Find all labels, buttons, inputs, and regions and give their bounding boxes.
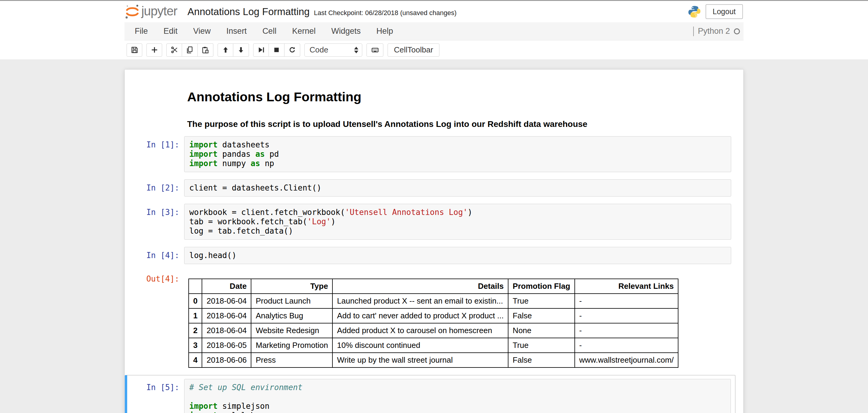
table-cell: 2018-06-04 bbox=[202, 308, 251, 323]
cut-button[interactable] bbox=[166, 43, 182, 57]
table-cell: - bbox=[575, 294, 678, 308]
menu-cell[interactable]: Cell bbox=[255, 22, 284, 40]
menu-kernel[interactable]: Kernel bbox=[284, 22, 323, 40]
column-header: Relevant Links bbox=[575, 279, 678, 294]
cell-type-value: Code bbox=[310, 45, 328, 55]
button-group bbox=[166, 43, 213, 57]
kernel-separator bbox=[693, 27, 694, 36]
code-editor[interactable]: client = datasheets.Client() bbox=[184, 179, 731, 197]
table-cell: False bbox=[508, 353, 575, 367]
table-cell: 2018-06-04 bbox=[202, 294, 251, 308]
keyboard-icon bbox=[371, 46, 379, 54]
menu-file[interactable]: File bbox=[127, 22, 156, 40]
button-group bbox=[253, 43, 300, 57]
kernel-idle-icon bbox=[734, 28, 740, 34]
run-icon bbox=[257, 46, 265, 54]
notebook-background: Annotations Log Formatting The purpose o… bbox=[0, 59, 868, 413]
button-group bbox=[147, 43, 162, 57]
output-prompt: Out[4]: bbox=[125, 269, 184, 368]
command-palette-button[interactable] bbox=[367, 43, 383, 57]
toolbar: Code CellToolbar bbox=[0, 40, 868, 59]
move-down-button[interactable] bbox=[233, 43, 249, 57]
save-button[interactable] bbox=[127, 43, 142, 57]
notebook-container: Annotations Log Formatting The purpose o… bbox=[124, 69, 744, 413]
code-editor[interactable]: workbook = client.fetch_workbook('Utense… bbox=[184, 204, 731, 240]
code-editor[interactable]: log.head() bbox=[184, 247, 731, 264]
table-row: 12018-06-04Analytics BugAdd to cart' nev… bbox=[189, 308, 678, 323]
menubar: FileEditViewInsertCellKernelWidgetsHelp … bbox=[0, 22, 868, 40]
row-index: 3 bbox=[189, 338, 202, 353]
menu-widgets[interactable]: Widgets bbox=[323, 22, 369, 40]
input-prompt: In [4]: bbox=[125, 247, 184, 264]
table-cell: Press bbox=[251, 353, 333, 367]
table-cell: True bbox=[508, 338, 575, 353]
code-cell: In [5]:# Set up SQL environment import s… bbox=[125, 375, 735, 413]
interrupt-button[interactable] bbox=[269, 43, 284, 57]
interrupt-icon bbox=[273, 46, 281, 54]
row-index: 0 bbox=[189, 294, 202, 308]
checkpoint-status: Last Checkpoint: 06/28/2018 (unsaved cha… bbox=[314, 9, 456, 17]
logout-button[interactable]: Logout bbox=[706, 4, 743, 19]
copy-icon bbox=[186, 46, 194, 54]
table-cell: - bbox=[575, 308, 678, 323]
table-cell: 10% discount continued bbox=[333, 338, 508, 353]
restart-button[interactable] bbox=[284, 43, 300, 57]
table-header-row: DateTypeDetailsPromotion FlagRelevant Li… bbox=[189, 279, 678, 294]
markdown-subheading: The purpose of this script is to upload … bbox=[187, 119, 731, 129]
table-cell: - bbox=[575, 323, 678, 338]
table-cell: True bbox=[508, 294, 575, 308]
column-header: Date bbox=[202, 279, 251, 294]
code-editor[interactable]: # Set up SQL environment import simplejs… bbox=[184, 379, 731, 413]
row-index: 1 bbox=[189, 308, 202, 323]
celltoolbar-button[interactable]: CellToolbar bbox=[388, 43, 439, 57]
code-editor[interactable]: import datasheets import pandas as pd im… bbox=[184, 136, 731, 172]
table-row: 22018-06-04Website RedesignAdded product… bbox=[189, 323, 678, 338]
cut-icon bbox=[170, 46, 179, 54]
table-cell: Launched product X -- sent an email to e… bbox=[333, 294, 508, 308]
table-cell: Added product X to carousel on homescree… bbox=[333, 323, 508, 338]
copy-button[interactable] bbox=[182, 43, 198, 57]
column-header bbox=[189, 279, 202, 294]
add-cell-button[interactable] bbox=[147, 43, 162, 57]
run-button[interactable] bbox=[253, 43, 269, 57]
python-logo-icon bbox=[687, 5, 701, 19]
table-cell: Analytics Bug bbox=[251, 308, 333, 323]
notebook-title[interactable]: Annotations Log Formatting bbox=[187, 6, 310, 18]
table-cell: 2018-06-06 bbox=[202, 353, 251, 367]
code-cell: In [3]:workbook = client.fetch_workbook(… bbox=[125, 204, 731, 240]
move-up-button[interactable] bbox=[218, 43, 233, 57]
row-index: 4 bbox=[189, 353, 202, 367]
input-prompt: In [5]: bbox=[127, 379, 184, 413]
column-header: Details bbox=[333, 279, 508, 294]
table-cell: Website Redesign bbox=[251, 323, 333, 338]
jupyter-logo[interactable]: jupyter bbox=[124, 4, 177, 20]
table-cell: None bbox=[508, 323, 575, 338]
save-icon bbox=[130, 46, 138, 54]
toolbar-buttons bbox=[127, 43, 300, 57]
jupyter-logo-text: jupyter bbox=[141, 4, 177, 19]
menu-list: FileEditViewInsertCellKernelWidgetsHelp bbox=[124, 22, 401, 40]
table-row: 02018-06-04Product LaunchLaunched produc… bbox=[189, 294, 678, 308]
table-cell: - bbox=[575, 338, 678, 353]
title-area: Annotations Log Formatting Last Checkpoi… bbox=[187, 6, 457, 18]
column-header: Type bbox=[251, 279, 333, 294]
table-cell: 2018-06-05 bbox=[202, 338, 251, 353]
button-group bbox=[218, 43, 249, 57]
table-cell: False bbox=[508, 308, 575, 323]
menu-view[interactable]: View bbox=[185, 22, 218, 40]
paste-button[interactable] bbox=[198, 43, 213, 57]
cell-type-select[interactable]: Code bbox=[304, 43, 362, 57]
add-cell-icon bbox=[150, 46, 158, 54]
kernel-name: Python 2 bbox=[698, 27, 730, 36]
move-up-icon bbox=[221, 46, 230, 54]
code-cell: In [2]:client = datasheets.Client() bbox=[125, 179, 731, 197]
table-cell: www.wallstreetjournal.com/ bbox=[575, 353, 678, 367]
row-index: 2 bbox=[189, 323, 202, 338]
menu-help[interactable]: Help bbox=[369, 22, 401, 40]
restart-icon bbox=[288, 46, 296, 54]
markdown-heading: Annotations Log Formatting bbox=[187, 90, 731, 104]
cell-list: In [1]:import datasheets import pandas a… bbox=[125, 136, 743, 413]
menu-edit[interactable]: Edit bbox=[156, 22, 186, 40]
notebook-header: jupyter Annotations Log Formatting Last … bbox=[0, 1, 868, 22]
menu-insert[interactable]: Insert bbox=[218, 22, 255, 40]
